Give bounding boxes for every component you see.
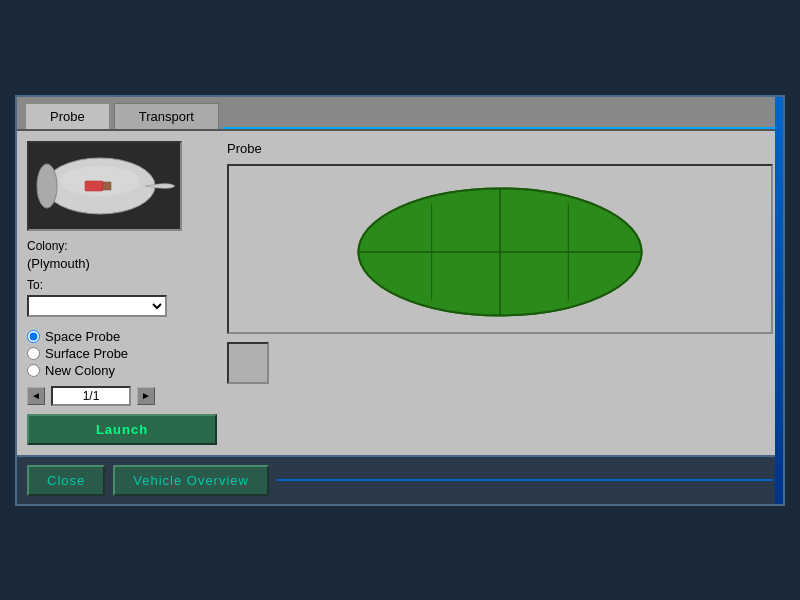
prev-arrow[interactable]: ◄ [27, 387, 45, 405]
radio-new-colony[interactable]: New Colony [27, 363, 217, 378]
probe-small-preview [227, 342, 269, 384]
launch-button[interactable]: Launch [27, 414, 217, 445]
nav-input[interactable] [51, 386, 131, 406]
main-window: Probe Transport [15, 95, 785, 506]
ship-svg [35, 146, 175, 226]
probe-ellipse-svg [229, 166, 771, 332]
bottom-bar: Close Vehicle Overview [17, 455, 783, 504]
destination-dropdown[interactable] [27, 295, 167, 317]
radio-surface-probe-input[interactable] [27, 347, 40, 360]
tab-transport[interactable]: Transport [114, 103, 219, 129]
blue-scrollbar[interactable] [775, 97, 783, 504]
tab-bar: Probe Transport [17, 97, 783, 131]
dropdown-wrapper [27, 295, 217, 317]
colony-name: (Plymouth) [27, 256, 217, 271]
ship-image [27, 141, 182, 231]
right-panel: Probe [227, 141, 773, 445]
main-content: Colony: (Plymouth) To: Space Probe Surfa [17, 131, 783, 455]
radio-space-probe-input[interactable] [27, 330, 40, 343]
left-panel: Colony: (Plymouth) To: Space Probe Surfa [27, 141, 217, 445]
to-label: To: [27, 278, 217, 292]
close-button[interactable]: Close [27, 465, 105, 496]
probe-section-label: Probe [227, 141, 773, 156]
small-box-row [227, 342, 773, 384]
radio-surface-probe-label: Surface Probe [45, 346, 128, 361]
next-arrow[interactable]: ► [137, 387, 155, 405]
bottom-blue-line [277, 479, 773, 481]
radio-space-probe-label: Space Probe [45, 329, 120, 344]
radio-new-colony-label: New Colony [45, 363, 115, 378]
radio-surface-probe[interactable]: Surface Probe [27, 346, 217, 361]
tab-underline [223, 127, 775, 129]
colony-label: Colony: [27, 239, 217, 253]
radio-space-probe[interactable]: Space Probe [27, 329, 217, 344]
vehicle-overview-button[interactable]: Vehicle Overview [113, 465, 269, 496]
svg-point-3 [60, 166, 140, 196]
probe-display [227, 164, 773, 334]
radio-new-colony-input[interactable] [27, 364, 40, 377]
colony-section: Colony: (Plymouth) To: [27, 239, 217, 317]
radio-group: Space Probe Surface Probe New Colony [27, 329, 217, 378]
nav-row: ◄ ► [27, 386, 217, 406]
svg-point-4 [37, 164, 57, 208]
tab-probe[interactable]: Probe [25, 103, 110, 129]
